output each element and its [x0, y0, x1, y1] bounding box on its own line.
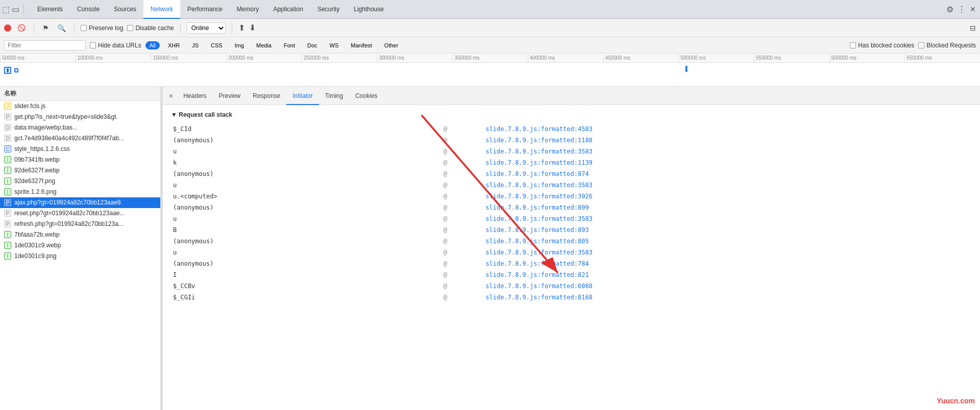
close-devtools-icon[interactable]: ✕	[970, 5, 976, 13]
link-cell[interactable]: slide.7.8.9.js:formatted:784	[483, 258, 972, 269]
call-link[interactable]: slide.7.8.9.js:formatted:3583	[485, 182, 593, 189]
filter-type-other[interactable]: Other	[380, 41, 403, 49]
has-blocked-cookies-label[interactable]: Has blocked cookies	[850, 42, 914, 49]
link-cell[interactable]: slide.7.8.9.js:formatted:821	[483, 269, 972, 280]
network-condition-select[interactable]: Online Offline Slow 3G Fast 3G	[187, 22, 226, 34]
call-link[interactable]: slide.7.8.9.js:formatted:899	[485, 204, 589, 211]
tab-network[interactable]: Network	[143, 0, 180, 19]
filter-type-manifest[interactable]: Manifest	[347, 41, 376, 49]
device-icon[interactable]: ▭	[12, 5, 19, 14]
filter-type-media[interactable]: Media	[252, 41, 276, 49]
call-link[interactable]: slide.7.8.9.js:formatted:3583	[485, 148, 593, 155]
list-item[interactable]: I 7bfaaa72b.webp	[0, 229, 160, 240]
link-cell[interactable]: slide.7.8.9.js:formatted:8168	[483, 292, 972, 303]
filter-type-css[interactable]: CSS	[207, 41, 227, 49]
call-link[interactable]: slide.7.8.9.js:formatted:3926	[485, 193, 593, 200]
filter-type-ws[interactable]: WS	[326, 41, 343, 49]
link-cell[interactable]: slide.7.8.9.js:formatted:805	[483, 236, 972, 247]
tab-preview[interactable]: Preview	[213, 87, 247, 105]
list-item[interactable]: D data:image/webp;bas...	[0, 122, 160, 133]
link-cell[interactable]: slide.7.8.9.js:formatted:1139	[483, 157, 972, 168]
filter-input[interactable]	[4, 40, 86, 50]
tab-response[interactable]: Response	[247, 87, 286, 105]
hide-data-urls-label[interactable]: Hide data URLs	[90, 42, 141, 49]
call-link[interactable]: slide.7.8.9.js:formatted:4583	[485, 125, 593, 133]
call-link[interactable]: slide.7.8.9.js:formatted:3583	[485, 249, 593, 256]
upload-button[interactable]: ⬆	[238, 23, 245, 33]
hide-data-urls-checkbox[interactable]	[90, 42, 96, 48]
tab-security[interactable]: Security	[310, 0, 347, 19]
call-link[interactable]: slide.7.8.9.js:formatted:821	[485, 271, 589, 278]
link-cell[interactable]: slide.7.8.9.js:formatted:3583	[483, 146, 972, 157]
tab-headers[interactable]: Headers	[177, 87, 212, 105]
call-link[interactable]: slide.7.8.9.js:formatted:1139	[485, 159, 593, 166]
has-blocked-cookies-checkbox[interactable]	[850, 42, 856, 48]
link-cell[interactable]: slide.7.8.9.js:formatted:899	[483, 202, 972, 213]
list-item[interactable]: I 92de6327f.webp	[0, 165, 160, 176]
call-link[interactable]: slide.7.8.9.js:formatted:893	[485, 226, 589, 234]
list-item[interactable]: I 1de0301c9.webp	[0, 240, 160, 251]
list-item[interactable]: J slider.fcls.js	[0, 101, 160, 112]
link-cell[interactable]: slide.7.8.9.js:formatted:893	[483, 224, 972, 236]
tab-memory[interactable]: Memory	[230, 0, 266, 19]
list-item[interactable]: D gct.7e4d938e40a4c492c489f7f0f4f7ab...	[0, 133, 160, 144]
link-cell[interactable]: slide.7.8.9.js:formatted:4583	[483, 123, 972, 135]
call-link[interactable]: slide.7.8.9.js:formatted:784	[485, 260, 589, 267]
tab-application[interactable]: Application	[266, 0, 310, 19]
list-item[interactable]: P get.php?is_next=true&type=slide3&gt.	[0, 112, 160, 122]
filter-type-font[interactable]: Font	[280, 41, 299, 49]
list-item[interactable]: P refresh.php?gt=019924a82c70bb123a...	[0, 219, 160, 229]
list-item[interactable]: I 92de6327f.png	[0, 176, 160, 187]
preserve-log-label[interactable]: Preserve log	[81, 24, 123, 32]
link-cell[interactable]: slide.7.8.9.js:formatted:3583	[483, 180, 972, 191]
call-link[interactable]: slide.7.8.9.js:formatted:8168	[485, 294, 593, 301]
tab-initiator[interactable]: Initiator	[286, 87, 318, 105]
timeline-canvas[interactable]: ▌	[0, 63, 980, 87]
tab-elements[interactable]: Elements	[30, 0, 70, 19]
disable-cache-checkbox[interactable]	[127, 25, 133, 31]
list-item[interactable]: I sprite.1.2.6.png	[0, 187, 160, 197]
call-link[interactable]: slide.7.8.9.js:formatted:1188	[485, 137, 593, 144]
link-cell[interactable]: slide.7.8.9.js:formatted:3583	[483, 213, 972, 224]
link-cell[interactable]: slide.7.8.9.js:formatted:3583	[483, 247, 972, 258]
call-link[interactable]: slide.7.8.9.js:formatted:874	[485, 170, 589, 177]
link-cell[interactable]: slide.7.8.9.js:formatted:3926	[483, 191, 972, 202]
close-details-button[interactable]: ×	[165, 90, 177, 102]
download-button[interactable]: ⬇	[249, 23, 256, 33]
file-list-body[interactable]: J slider.fcls.js P get.php?is_next=true&…	[0, 101, 160, 410]
tab-console[interactable]: Console	[70, 0, 107, 19]
tab-performance[interactable]: Performance	[180, 0, 230, 19]
filter-type-xhr[interactable]: XHR	[164, 41, 184, 49]
call-link[interactable]: slide.7.8.9.js:formatted:805	[485, 238, 589, 245]
disable-cache-label[interactable]: Disable cache	[127, 24, 174, 32]
tab-lighthouse[interactable]: Lighthouse	[347, 0, 391, 19]
blocked-requests-checkbox[interactable]	[918, 42, 924, 48]
settings-icon[interactable]: ⚙	[946, 5, 953, 14]
tab-cookies[interactable]: Cookies	[349, 87, 383, 105]
tab-timing[interactable]: Timing	[319, 87, 350, 105]
call-link[interactable]: slide.7.8.9.js:formatted:3583	[485, 215, 593, 222]
filter-type-js[interactable]: JS	[188, 41, 203, 49]
call-link[interactable]: slide.7.8.9.js:formatted:6088	[485, 283, 593, 290]
filter-type-img[interactable]: Img	[231, 41, 248, 49]
link-cell[interactable]: slide.7.8.9.js:formatted:6088	[483, 280, 972, 292]
list-item[interactable]: P reset.php?gt=019924a82c70bb123aae...	[0, 208, 160, 219]
list-item-selected[interactable]: P ajax.php?gt=019924a82c70bb123aae9.	[0, 197, 160, 208]
link-cell[interactable]: slide.7.8.9.js:formatted:1188	[483, 135, 972, 146]
dock-icon[interactable]: ⊟	[970, 24, 976, 32]
record-button[interactable]	[4, 24, 11, 32]
preserve-log-checkbox[interactable]	[81, 25, 87, 31]
inspect-icon[interactable]: ⬚	[2, 5, 10, 14]
tab-sources[interactable]: Sources	[107, 0, 143, 19]
more-icon[interactable]: ⋮	[958, 5, 966, 14]
list-item[interactable]: I 1de0301c9.png	[0, 251, 160, 262]
filter-type-all[interactable]: All	[145, 41, 160, 49]
list-item[interactable]: C style_https.1.2.6.css	[0, 144, 160, 155]
filter-icon[interactable]: ⚑	[40, 23, 51, 33]
search-icon[interactable]: 🔍	[55, 23, 68, 33]
filter-type-doc[interactable]: Doc	[303, 41, 322, 49]
blocked-requests-label[interactable]: Blocked Requests	[918, 42, 976, 49]
clear-button[interactable]: 🚫	[15, 23, 28, 33]
link-cell[interactable]: slide.7.8.9.js:formatted:874	[483, 168, 972, 180]
list-item[interactable]: I 09b7341fb.webp	[0, 155, 160, 165]
